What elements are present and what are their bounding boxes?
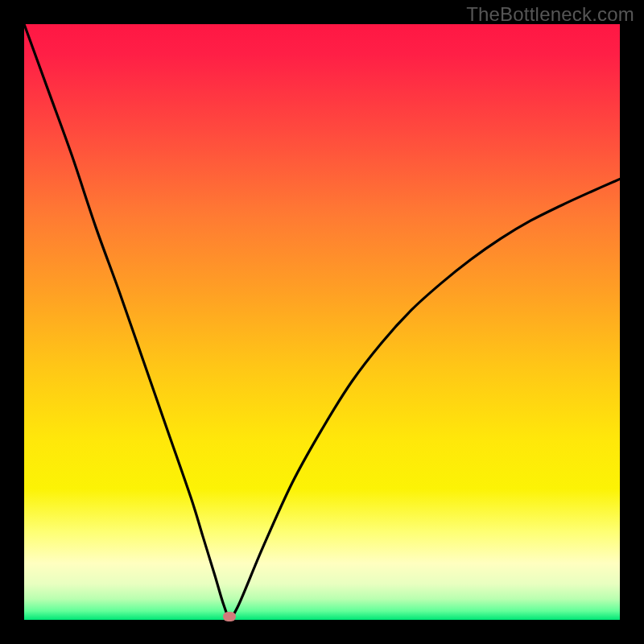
bottleneck-curve — [24, 24, 620, 620]
plot-area — [24, 24, 620, 620]
optimum-marker — [223, 612, 236, 621]
watermark-text: TheBottleneck.com — [466, 3, 634, 26]
chart-frame: TheBottleneck.com — [0, 0, 644, 644]
